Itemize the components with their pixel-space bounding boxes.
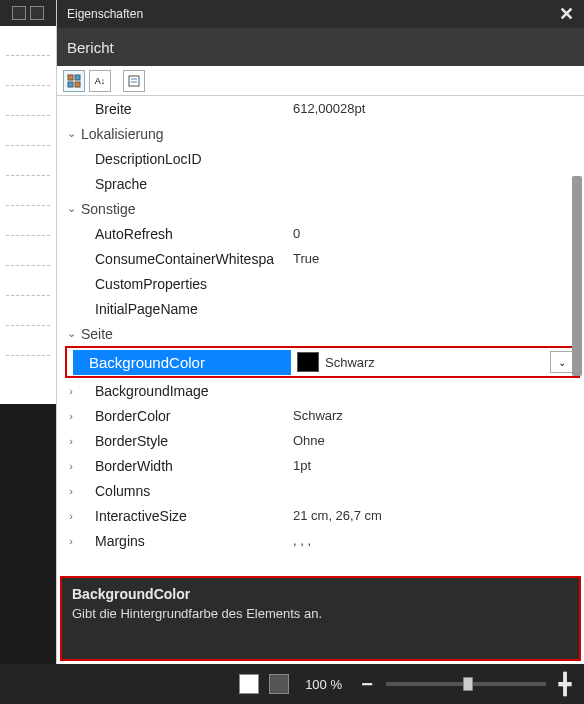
property-row[interactable]: CustomProperties: [57, 271, 584, 296]
property-row[interactable]: ›Columns: [57, 478, 584, 503]
property-description-box: BackgroundColor Gibt die Hintergrundfarb…: [60, 576, 581, 661]
property-row[interactable]: DescriptionLocID: [57, 146, 584, 171]
property-label: Margins: [79, 533, 289, 549]
property-label: ConsumeContainerWhitespa: [79, 251, 289, 267]
close-icon[interactable]: ✕: [559, 3, 574, 25]
property-label: BorderColor: [79, 408, 289, 424]
expander-icon[interactable]: ›: [63, 435, 79, 447]
property-row[interactable]: AutoRefresh0: [57, 221, 584, 246]
property-value[interactable]: True: [289, 251, 584, 266]
zoom-out-button[interactable]: −: [358, 673, 376, 696]
property-row[interactable]: ›BackgroundImage: [57, 378, 584, 403]
property-value[interactable]: Ohne: [289, 433, 584, 448]
category-row[interactable]: ⌄Sonstige: [57, 196, 584, 221]
expander-icon[interactable]: ⌄: [63, 127, 79, 140]
selected-object-header: Bericht: [57, 28, 584, 66]
expander-icon[interactable]: ›: [63, 485, 79, 497]
selected-property-label: BackgroundColor: [73, 350, 291, 375]
property-row[interactable]: ›BorderColorSchwarz: [57, 403, 584, 428]
property-row[interactable]: ConsumeContainerWhitespaTrue: [57, 246, 584, 271]
svg-rect-3: [75, 82, 80, 87]
category-row[interactable]: ⌄Seite: [57, 321, 584, 346]
property-label: BorderStyle: [79, 433, 289, 449]
properties-panel: Eigenschaften ✕ Bericht A↓ Breite612,000…: [57, 0, 584, 664]
property-row[interactable]: InitialPageName: [57, 296, 584, 321]
property-label: Lokalisierung: [79, 126, 289, 142]
property-label: Sonstige: [79, 201, 289, 217]
expander-icon[interactable]: ⌄: [63, 202, 79, 215]
property-pages-button[interactable]: [123, 70, 145, 92]
property-value[interactable]: Schwarz: [289, 408, 584, 423]
property-label: Seite: [79, 326, 289, 342]
dropdown-icon[interactable]: ⌄: [550, 351, 574, 373]
footer-icon-1[interactable]: [239, 674, 259, 694]
footer-icon-2[interactable]: [269, 674, 289, 694]
ruler-icon: [12, 6, 26, 20]
property-label: CustomProperties: [79, 276, 289, 292]
design-surface-ruler: [0, 0, 57, 704]
expander-icon[interactable]: ›: [63, 385, 79, 397]
property-value[interactable]: 21 cm, 26,7 cm: [289, 508, 584, 523]
category-row[interactable]: ⌄Lokalisierung: [57, 121, 584, 146]
svg-rect-2: [68, 82, 73, 87]
property-label: Columns: [79, 483, 289, 499]
expander-icon[interactable]: ⌄: [63, 327, 79, 340]
panel-title: Eigenschaften: [67, 7, 143, 21]
property-label: DescriptionLocID: [79, 151, 289, 167]
property-row[interactable]: Breite612,00028pt: [57, 96, 584, 121]
status-footer: 100 % − ╋: [0, 664, 584, 704]
property-label: Breite: [79, 101, 289, 117]
zoom-level-label: 100 %: [305, 677, 342, 692]
property-label: BorderWidth: [79, 458, 289, 474]
property-value[interactable]: 1pt: [289, 458, 584, 473]
property-value[interactable]: 0: [289, 226, 584, 241]
property-row[interactable]: ›BorderWidth1pt: [57, 453, 584, 478]
color-swatch: [297, 352, 319, 372]
panel-titlebar: Eigenschaften ✕: [57, 0, 584, 28]
zoom-in-button[interactable]: ╋: [556, 672, 574, 696]
zoom-slider[interactable]: [386, 682, 546, 686]
svg-rect-0: [68, 75, 73, 80]
svg-rect-4: [129, 76, 139, 86]
property-row[interactable]: ›Margins, , ,: [57, 528, 584, 553]
selected-property-row[interactable]: BackgroundColor Schwarz ⌄: [65, 346, 580, 378]
property-row[interactable]: Sprache: [57, 171, 584, 196]
expander-icon[interactable]: ›: [63, 510, 79, 522]
expander-icon[interactable]: ›: [63, 535, 79, 547]
property-row[interactable]: ›InteractiveSize21 cm, 26,7 cm: [57, 503, 584, 528]
expander-icon[interactable]: ›: [63, 460, 79, 472]
description-title: BackgroundColor: [72, 586, 569, 602]
property-label: Sprache: [79, 176, 289, 192]
property-label: BackgroundImage: [79, 383, 289, 399]
selected-property-value[interactable]: Schwarz: [325, 355, 550, 370]
alphabetical-button[interactable]: A↓: [89, 70, 111, 92]
properties-toolbar: A↓: [57, 66, 584, 96]
property-label: InitialPageName: [79, 301, 289, 317]
property-grid[interactable]: Breite612,00028pt⌄LokalisierungDescripti…: [57, 96, 584, 664]
property-row[interactable]: ›BorderStyleOhne: [57, 428, 584, 453]
vertical-scrollbar[interactable]: [572, 176, 582, 376]
categorized-button[interactable]: [63, 70, 85, 92]
property-label: InteractiveSize: [79, 508, 289, 524]
expander-icon[interactable]: ›: [63, 410, 79, 422]
description-text: Gibt die Hintergrundfarbe des Elements a…: [72, 606, 569, 621]
ruler-icon-2: [30, 6, 44, 20]
svg-rect-1: [75, 75, 80, 80]
property-value[interactable]: 612,00028pt: [289, 101, 584, 116]
property-value[interactable]: , , ,: [289, 533, 584, 548]
property-label: AutoRefresh: [79, 226, 289, 242]
selected-object-name: Bericht: [67, 39, 114, 56]
